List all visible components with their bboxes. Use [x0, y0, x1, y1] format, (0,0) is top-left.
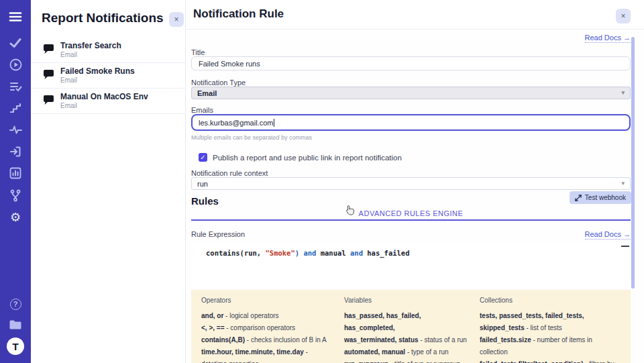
- rules-heading: Rules: [191, 195, 219, 207]
- help-column-variables: Variables has_passed, has_failed, has_co…: [344, 297, 470, 363]
- context-label: Notification rule context: [191, 169, 268, 177]
- sidebar-item-branches[interactable]: [0, 187, 31, 203]
- sidebar-item-help[interactable]: ?: [0, 296, 31, 312]
- test-webhook-label: Test webhook: [585, 194, 626, 201]
- help-column-collections: Collections tests, passed_tests, failed_…: [480, 297, 621, 363]
- editor-scrollbar-dash: [621, 246, 629, 247]
- tab-active-indicator: [191, 219, 631, 221]
- sidebar-item-runs[interactable]: [0, 56, 31, 72]
- notification-rule-panel: Notification Rule × Read Docs → Title No…: [186, 0, 644, 363]
- report-notifications-panel: Report Notifications × Transfer Search E…: [31, 0, 186, 363]
- publish-checkbox-label: Publish a report and use public link in …: [213, 154, 402, 162]
- help-row: was_terminated, status - status of a run: [344, 334, 470, 346]
- list-item-title: Transfer Search: [60, 41, 121, 50]
- help-column-header: Collections: [480, 297, 621, 304]
- chat-bubble-icon: [42, 69, 55, 83]
- help-column-header: Variables: [344, 297, 470, 304]
- emails-input[interactable]: les.kurbas@gmail.com: [191, 114, 631, 131]
- question-icon: ?: [10, 299, 21, 310]
- rule-expression-code: contains(run, "Smoke") and manual and ha…: [206, 249, 410, 257]
- sidebar-item-activity[interactable]: [0, 121, 31, 138]
- list-item-subtitle: Email: [60, 51, 77, 58]
- sidebar-item-projects[interactable]: [0, 317, 31, 333]
- rule-expression-editor[interactable]: contains(run, "Smoke") and manual and ha…: [191, 243, 631, 289]
- list-item-subtitle: Email: [60, 76, 77, 84]
- help-row: tests, passed_tests, failed_tests, skipp…: [480, 310, 621, 334]
- title-label: Title: [191, 48, 205, 56]
- check-icon: [9, 38, 21, 48]
- chevron-down-icon: ▾: [621, 89, 625, 96]
- read-docs-link-2[interactable]: Read Docs →: [585, 230, 631, 240]
- main-header: Notification Rule ×: [186, 0, 644, 30]
- text-cursor: [274, 119, 274, 127]
- check-icon: ✓: [200, 154, 205, 161]
- folder-icon: [9, 319, 22, 330]
- help-row: failed_tests.size - number of items in c…: [480, 334, 621, 358]
- panel-title: Report Notifications: [42, 11, 164, 25]
- publish-checkbox-row[interactable]: ✓ Publish a report and use public link i…: [199, 153, 402, 162]
- title-input[interactable]: [191, 56, 631, 70]
- list-item[interactable]: Transfer Search Email: [31, 38, 186, 63]
- notification-type-value: Email: [197, 89, 217, 97]
- list-item-title: Manual On MacOS Env: [60, 92, 148, 101]
- context-value: run: [197, 180, 208, 188]
- gear-icon: ⚙: [10, 211, 21, 223]
- help-column-operators: Operators and, or - logical operators <,…: [201, 297, 334, 363]
- webhook-icon: [575, 192, 582, 204]
- menu-icon: [9, 11, 22, 22]
- main-scrollbar: [631, 30, 635, 363]
- activity-pulse-icon: [9, 125, 22, 135]
- test-webhook-button[interactable]: Test webhook: [570, 191, 631, 204]
- branch-icon: [9, 189, 21, 202]
- mouse-cursor-pointer: [345, 205, 354, 218]
- steps-icon: [9, 103, 21, 113]
- chat-bubble-icon: [42, 44, 55, 58]
- close-icon: ×: [621, 11, 625, 21]
- emails-label: Emails: [191, 106, 213, 114]
- sidebar-item-import[interactable]: [0, 144, 31, 160]
- menu-button[interactable]: [0, 9, 31, 25]
- read-docs-link[interactable]: Read Docs →: [585, 34, 631, 43]
- sidebar-item-analytics[interactable]: [0, 165, 31, 181]
- help-row: contains(A,B) - checks inclusion of B in…: [201, 334, 334, 346]
- chat-bubble-icon: [42, 95, 55, 109]
- list-item[interactable]: Failed Smoke Runs Email: [31, 63, 186, 89]
- sidebar-item-milestones[interactable]: [0, 100, 31, 116]
- rule-expression-label: Rule Expression: [191, 230, 245, 238]
- notification-type-label: Notification Type: [191, 79, 246, 87]
- emails-hint: Multiple emails can be separated by comm…: [191, 134, 312, 141]
- help-row: failed_tests.filter(test, condition) - f…: [480, 358, 621, 363]
- sidebar-item-settings[interactable]: ⚙: [0, 209, 31, 225]
- help-row: run, rungroup - title of run or rungroup: [344, 358, 470, 363]
- play-circle-icon: [9, 58, 22, 71]
- app-sidebar: ⚙ ? T: [0, 0, 31, 363]
- logo-icon: T: [7, 338, 24, 355]
- help-row: automated, manual - type of a run: [344, 346, 470, 358]
- panel-close-button[interactable]: ×: [169, 12, 184, 27]
- close-icon: ×: [174, 15, 178, 24]
- chevron-down-icon: ▾: [621, 180, 625, 187]
- notification-type-select[interactable]: Email ▾: [191, 87, 631, 99]
- notification-list: Transfer Search Email Failed Smoke Runs …: [31, 38, 186, 114]
- list-item[interactable]: Manual On MacOS Env Email: [31, 89, 186, 114]
- help-row: has_passed, has_failed, has_completed,: [344, 310, 470, 334]
- scrollbar-thumb[interactable]: [631, 37, 635, 289]
- tab-advanced-rules-engine[interactable]: ADVANCED RULES ENGINE: [359, 209, 464, 217]
- sidebar-item-tests[interactable]: [0, 35, 31, 51]
- app-logo[interactable]: T: [0, 337, 31, 356]
- page-title: Notification Rule: [193, 7, 284, 21]
- context-select[interactable]: run ▾: [191, 177, 631, 190]
- emails-value: les.kurbas@gmail.com: [199, 119, 273, 127]
- list-item-subtitle: Email: [60, 102, 77, 109]
- publish-checkbox[interactable]: ✓: [199, 153, 207, 162]
- help-row: time.hour, time.minute, time.day - datet…: [201, 346, 334, 363]
- help-column-header: Operators: [201, 297, 334, 304]
- rules-help-panel: Operators and, or - logical operators <,…: [191, 290, 631, 363]
- help-row: and, or - logical operators: [201, 310, 334, 322]
- list-check-icon: [9, 81, 22, 93]
- help-row: <, >, == - comparison operators: [201, 322, 334, 334]
- sign-in-icon: [9, 146, 21, 158]
- sidebar-item-plans[interactable]: [0, 79, 31, 95]
- main-close-button[interactable]: ×: [616, 9, 631, 23]
- list-item-title: Failed Smoke Runs: [60, 66, 135, 76]
